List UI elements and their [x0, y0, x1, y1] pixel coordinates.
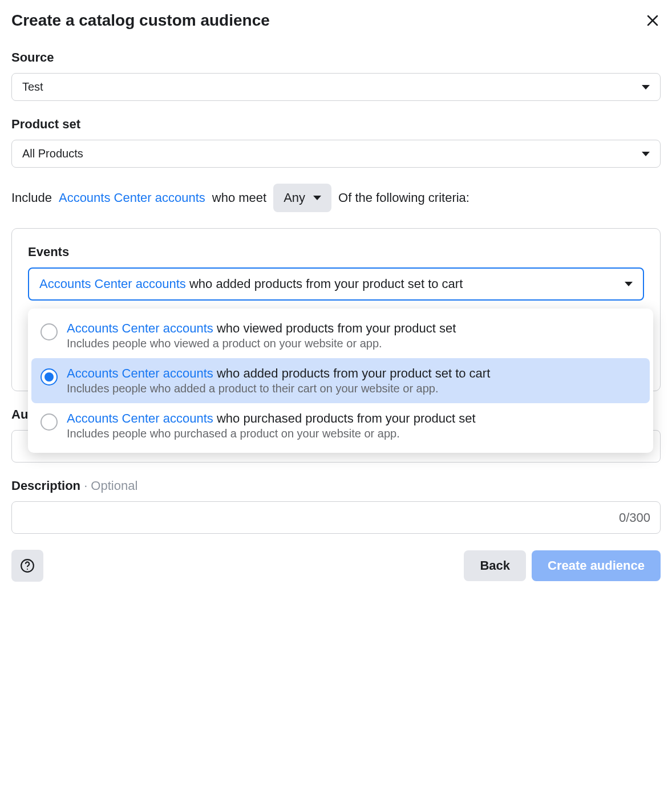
- option-desc: Includes people who viewed a product on …: [67, 337, 641, 350]
- svg-point-3: [27, 569, 28, 570]
- option-link: Accounts Center accounts: [67, 366, 213, 380]
- include-row: Include Accounts Center accounts who mee…: [11, 184, 661, 212]
- option-rest: who viewed products from your product se…: [213, 321, 456, 335]
- description-label-text: Description: [11, 478, 80, 493]
- product-set-select[interactable]: All Products: [11, 140, 661, 168]
- option-title: Accounts Center accounts who added produ…: [67, 366, 641, 381]
- source-select[interactable]: Test: [11, 73, 661, 101]
- description-label: Description · Optional: [11, 478, 661, 493]
- events-label: Events: [28, 245, 644, 259]
- radio-icon: [41, 413, 58, 431]
- description-count: 0/300: [619, 510, 650, 525]
- source-value: Test: [22, 80, 43, 94]
- source-label: Source: [11, 50, 661, 65]
- option-title: Accounts Center accounts who viewed prod…: [67, 321, 641, 336]
- chevron-down-icon: [313, 196, 321, 200]
- event-option-added-to-cart[interactable]: Accounts Center accounts who added produ…: [31, 358, 650, 403]
- help-icon: [20, 558, 35, 573]
- events-selected-text: Accounts Center accounts who added produ…: [39, 277, 463, 291]
- help-button[interactable]: [11, 550, 43, 582]
- description-optional: · Optional: [80, 478, 137, 493]
- option-desc: Includes people who purchased a product …: [67, 427, 641, 440]
- option-rest: who purchased products from your product…: [213, 411, 476, 425]
- option-link: Accounts Center accounts: [67, 411, 213, 425]
- accounts-center-link[interactable]: Accounts Center accounts: [59, 190, 205, 205]
- chevron-down-icon: [642, 85, 650, 90]
- radio-icon: [41, 368, 58, 386]
- chevron-down-icon: [642, 152, 650, 156]
- event-option-purchased[interactable]: Accounts Center accounts who purchased p…: [31, 403, 650, 448]
- events-select[interactable]: Accounts Center accounts who added produ…: [28, 267, 644, 301]
- product-set-label: Product set: [11, 117, 661, 132]
- option-title: Accounts Center accounts who purchased p…: [67, 411, 641, 426]
- any-select[interactable]: Any: [273, 184, 331, 212]
- events-selected-link: Accounts Center accounts: [39, 277, 186, 291]
- option-desc: Includes people who added a product to t…: [67, 382, 641, 395]
- events-dropdown: Accounts Center accounts who viewed prod…: [28, 309, 653, 453]
- page-title: Create a catalog custom audience: [11, 11, 270, 30]
- any-value: Any: [284, 190, 305, 205]
- option-rest: who added products from your product set…: [213, 366, 490, 380]
- event-option-viewed[interactable]: Accounts Center accounts who viewed prod…: [31, 313, 650, 358]
- back-button[interactable]: Back: [464, 550, 526, 581]
- close-button[interactable]: [645, 13, 661, 29]
- include-prefix: Include: [11, 190, 52, 205]
- description-input[interactable]: [11, 501, 661, 534]
- criteria-card: Events Accounts Center accounts who adde…: [11, 228, 661, 391]
- chevron-down-icon: [625, 282, 633, 286]
- include-mid: who meet: [212, 190, 266, 205]
- close-icon: [646, 14, 659, 27]
- option-link: Accounts Center accounts: [67, 321, 213, 335]
- include-suffix: Of the following criteria:: [338, 190, 469, 205]
- events-selected-rest: who added products from your product set…: [186, 277, 463, 291]
- product-set-value: All Products: [22, 147, 83, 160]
- radio-icon: [41, 323, 58, 340]
- create-audience-button[interactable]: Create audience: [532, 550, 661, 581]
